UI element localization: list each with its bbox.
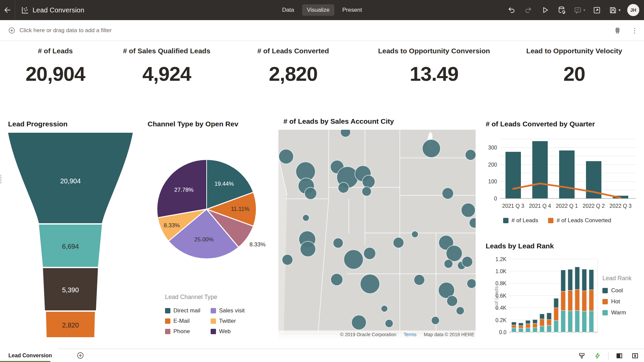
map-bubble[interactable] <box>461 203 475 217</box>
canvas-style-button[interactable] <box>577 351 587 361</box>
tab-visualize[interactable]: Visualize <box>302 4 334 16</box>
legend-item-cool[interactable]: Cool <box>602 287 632 294</box>
map-bubble[interactable] <box>344 250 363 269</box>
map-bubble[interactable] <box>279 149 293 164</box>
pie-chart[interactable]: 19.44%11.11%8.33%25.00%8.33%27.78% <box>157 160 256 258</box>
rank-bar-segment[interactable] <box>533 328 537 332</box>
kpi-tile[interactable]: # of Leads Converted 2,820 <box>223 47 364 85</box>
rank-bar-segment[interactable] <box>582 311 587 332</box>
map-bubble[interactable] <box>333 238 343 248</box>
map-bubble[interactable] <box>381 305 388 312</box>
map-bubble[interactable] <box>300 241 316 257</box>
rank-bar-segment[interactable] <box>540 326 544 332</box>
rank-bar-segment[interactable] <box>512 325 516 328</box>
legend-item-sales-visit[interactable]: Sales visit <box>211 305 245 316</box>
rank-bar-segment[interactable] <box>554 308 558 320</box>
preview-button[interactable] <box>540 5 550 15</box>
quarter-bar[interactable] <box>559 150 575 198</box>
rank-bar-segment[interactable] <box>561 270 566 291</box>
kpi-tile[interactable]: Lead to Opportunity Velocity 20 <box>504 47 644 85</box>
quarter-bar[interactable] <box>505 152 521 198</box>
filter-prompt[interactable]: Click here or drag data to add a filter <box>19 27 112 34</box>
map-bubble[interactable] <box>364 247 376 259</box>
rank-bar-segment[interactable] <box>547 313 551 319</box>
map-bubble[interactable] <box>412 231 418 238</box>
rank-bar-segment[interactable] <box>575 310 580 332</box>
legend-item-web[interactable]: Web <box>211 326 245 337</box>
rank-bar-segment[interactable] <box>554 320 558 332</box>
map-terms-link[interactable]: Terms <box>404 332 416 337</box>
rank-bar-segment[interactable] <box>561 310 566 332</box>
panel-grip-handle[interactable] <box>0 175 2 184</box>
rank-bar-segment[interactable] <box>582 291 587 311</box>
rank-bar-segment[interactable] <box>575 290 580 311</box>
rank-bar-segment[interactable] <box>561 291 566 310</box>
map-bubble[interactable] <box>456 307 464 315</box>
map-bubble[interactable] <box>305 187 317 199</box>
user-avatar[interactable]: JH <box>627 4 639 16</box>
map-bubble[interactable] <box>303 215 309 221</box>
rank-bar-segment[interactable] <box>589 290 594 311</box>
map-bubble[interactable] <box>393 237 404 248</box>
rank-bar-segment[interactable] <box>540 314 544 319</box>
legend-item-leads[interactable]: # of Leads <box>503 217 538 224</box>
leads-map[interactable] <box>278 130 476 335</box>
toggle-data-panel-button[interactable] <box>630 351 640 361</box>
map-bubble[interactable] <box>446 245 462 261</box>
map-bubble[interactable] <box>462 256 473 267</box>
add-filter-button[interactable] <box>8 27 15 34</box>
map-bubble[interactable] <box>444 259 453 268</box>
rank-bar-segment[interactable] <box>519 323 523 325</box>
kpi-tile[interactable]: # of Sales Qualified Leads 4,924 <box>111 47 223 85</box>
tab-present[interactable]: Present <box>338 4 367 16</box>
map-bubble[interactable] <box>338 182 349 193</box>
auto-insights-button[interactable] <box>592 351 602 361</box>
rank-bar-segment[interactable] <box>589 269 594 290</box>
map-bubble[interactable] <box>431 316 439 324</box>
map-bubble[interactable] <box>362 187 371 196</box>
back-button[interactable] <box>0 0 15 20</box>
map-bubble[interactable] <box>467 279 476 288</box>
rank-bar-segment[interactable] <box>568 269 573 291</box>
legend-item-twitter[interactable]: Twitter <box>211 316 245 326</box>
map-bubble[interactable] <box>465 149 476 160</box>
map-bubble[interactable] <box>282 254 293 265</box>
undo-button[interactable] <box>506 5 517 15</box>
map-bubble[interactable] <box>331 274 343 286</box>
legend-item-leads-converted[interactable]: # of Leads Converted <box>548 217 611 224</box>
toggle-grammar-panel-button[interactable] <box>614 351 624 361</box>
legend-item-email[interactable]: E-Mail <box>165 316 211 326</box>
rank-bar-segment[interactable] <box>575 267 580 289</box>
quarter-bar[interactable] <box>532 141 548 198</box>
rank-bar-segment[interactable] <box>526 324 530 328</box>
legend-item-phone[interactable]: Phone <box>165 326 211 337</box>
legend-item-direct-mail[interactable]: Direct mail <box>165 305 211 316</box>
rank-bar-segment[interactable] <box>582 269 587 291</box>
map-bubble[interactable] <box>352 315 366 330</box>
map-bubble[interactable] <box>385 319 393 327</box>
comments-menu[interactable]: ▾ <box>574 6 585 14</box>
rank-bar-segment[interactable] <box>547 319 551 325</box>
rank-bar-segment[interactable] <box>533 319 537 323</box>
rank-bar-segment[interactable] <box>526 320 530 324</box>
rank-stacked-chart[interactable]: 0.00.2K0.4K0.6K0.8K1.0K1.2K <box>486 254 601 339</box>
rank-bar-segment[interactable] <box>519 328 523 332</box>
map-bubble[interactable] <box>447 296 458 306</box>
rank-bar-segment[interactable] <box>589 311 594 332</box>
rank-bar-segment[interactable] <box>512 328 516 332</box>
kpi-tile[interactable]: Leads to Opportunity Conversion 13.49 <box>364 47 504 85</box>
rank-bar-segment[interactable] <box>554 298 558 308</box>
quarter-combo-chart[interactable]: 01002003002021 Q 32021 Q 42022 Q 12022 Q… <box>486 133 637 212</box>
rank-bar-segment[interactable] <box>519 326 523 328</box>
refresh-data-button[interactable] <box>557 5 567 15</box>
rank-bar-segment[interactable] <box>568 290 573 311</box>
map-bubble[interactable] <box>362 175 375 188</box>
map-bubble[interactable] <box>340 130 351 137</box>
rank-bar-segment[interactable] <box>512 322 516 325</box>
rank-bar-segment[interactable] <box>526 328 530 332</box>
legend-item-hot[interactable]: Hot <box>602 298 632 305</box>
more-options-icon[interactable]: ⋮ <box>631 27 638 34</box>
legend-item-warm[interactable]: Warm <box>602 309 632 316</box>
map-bubble[interactable] <box>442 188 453 199</box>
map-bubble[interactable] <box>414 275 425 285</box>
